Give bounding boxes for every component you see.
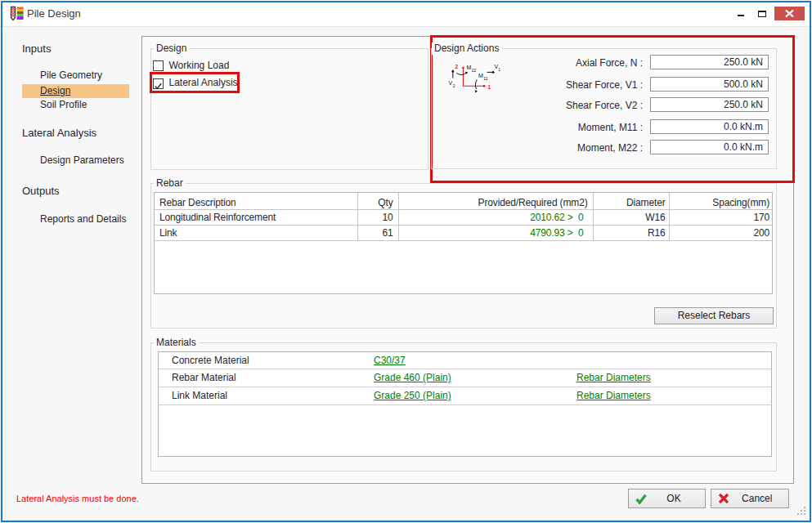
svg-text:2: 2 <box>455 64 459 69</box>
svg-text:V: V <box>449 80 453 86</box>
svg-text:1: 1 <box>498 67 500 72</box>
svg-text:1: 1 <box>488 84 491 90</box>
svg-text:22: 22 <box>472 68 477 73</box>
svg-text:M: M <box>478 73 483 78</box>
svg-text:M: M <box>467 65 472 70</box>
svg-text:11: 11 <box>483 76 487 81</box>
svg-text:2: 2 <box>453 83 455 88</box>
